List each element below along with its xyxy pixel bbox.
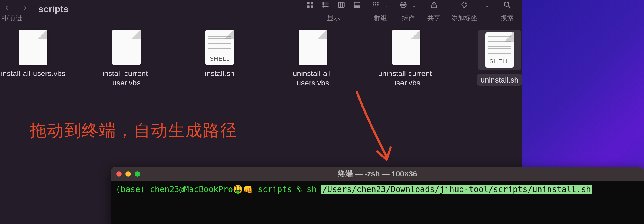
file-label: uninstall-current-user.vbs: [373, 69, 439, 88]
svg-rect-20: [373, 4, 374, 6]
chevron-down-icon[interactable]: ⌄: [384, 2, 389, 9]
file-icon: SHELL: [485, 32, 514, 68]
file-label: install-current-user.vbs: [93, 69, 160, 88]
file-icon: [19, 30, 47, 65]
svg-rect-0: [307, 2, 310, 4]
share-icon[interactable]: [430, 1, 438, 10]
svg-rect-3: [311, 5, 313, 8]
tags-caption: 添加标签: [451, 14, 477, 22]
svg-rect-13: [354, 2, 360, 6]
svg-point-25: [401, 4, 403, 5]
file-item[interactable]: uninstall-current-user.vbs: [373, 30, 439, 88]
file-item[interactable]: SHELL install.sh: [187, 30, 253, 88]
action-icon[interactable]: [400, 1, 407, 10]
file-grid: install-all-users.vbs install-current-us…: [0, 30, 533, 88]
annotation-text: 拖动到终端，自动生成路径: [30, 119, 237, 142]
svg-line-30: [508, 6, 510, 8]
file-label: install.sh: [205, 69, 234, 78]
shell-badge: SHELL: [485, 58, 514, 65]
svg-rect-14: [355, 7, 356, 8]
terminal-title: 终端 — -zsh — 100×36: [111, 169, 644, 179]
svg-rect-2: [307, 5, 310, 8]
svg-rect-18: [375, 2, 376, 4]
svg-rect-19: [377, 2, 379, 4]
search-caption: 搜索: [501, 14, 514, 22]
terminal-command: sh: [307, 185, 316, 194]
view-caption: 显示: [327, 14, 340, 22]
file-label: install-all-users.vbs: [1, 69, 65, 78]
svg-point-28: [465, 3, 466, 4]
svg-point-7: [323, 2, 324, 4]
svg-point-9: [323, 6, 324, 7]
search-icon[interactable]: [503, 1, 511, 10]
annotation-arrow-icon: [346, 89, 400, 170]
finder-title: scripts: [38, 4, 69, 14]
svg-rect-17: [373, 2, 374, 4]
spacer-caption: [488, 14, 490, 21]
svg-rect-10: [339, 2, 344, 8]
file-icon: [392, 30, 420, 65]
share-caption: 共享: [427, 14, 440, 22]
svg-point-26: [404, 4, 406, 5]
chevron-down-icon[interactable]: ⌄: [412, 2, 417, 9]
terminal-prompt-dir: scripts: [258, 185, 292, 194]
terminal-body[interactable]: (base) chen23@MacBookPro🤑👊 scripts % sh …: [111, 181, 644, 198]
file-label: uninstall.sh: [477, 74, 522, 86]
view-icon-grid-icon[interactable]: [306, 1, 314, 10]
svg-rect-22: [377, 4, 379, 6]
action-caption: 操作: [402, 14, 415, 22]
terminal-path-highlight: /Users/chen23/Downloads/jihuo-tool/scrip…: [321, 185, 592, 194]
view-icon-columns-icon[interactable]: [338, 1, 345, 10]
view-icon-list-icon[interactable]: [322, 1, 330, 10]
terminal-titlebar[interactable]: 终端 — -zsh — 100×36: [111, 167, 644, 181]
finder-toolbar: scripts 回/前进 显示 ⌄ 群组: [0, 0, 522, 24]
view-icon-gallery-icon[interactable]: [353, 1, 361, 10]
chevron-down-icon[interactable]: ⌄: [485, 2, 490, 9]
file-icon: [299, 30, 327, 65]
file-label: uninstall-all-users.vbs: [280, 69, 346, 88]
tags-icon[interactable]: [460, 1, 468, 10]
svg-rect-1: [311, 2, 313, 4]
terminal-window[interactable]: 终端 — -zsh — 100×36 (base) chen23@MacBook…: [111, 167, 644, 224]
shell-badge: SHELL: [205, 55, 234, 62]
file-icon: SHELL: [205, 30, 234, 65]
file-icon: [112, 30, 141, 65]
svg-point-8: [323, 4, 324, 5]
file-item[interactable]: install-current-user.vbs: [93, 30, 160, 88]
terminal-prompt-prefix: (base) chen23@MacBookPro: [116, 185, 233, 194]
file-item-selected[interactable]: SHELL uninstall.sh: [466, 30, 533, 88]
svg-point-24: [403, 4, 404, 5]
group-caption: 群组: [374, 14, 387, 22]
group-icon[interactable]: [372, 1, 379, 10]
svg-point-29: [504, 2, 509, 6]
nav-back-button[interactable]: [0, 2, 14, 13]
svg-rect-15: [357, 7, 358, 8]
nav-forward-button[interactable]: [18, 2, 32, 13]
file-item[interactable]: install-all-users.vbs: [0, 30, 66, 88]
svg-rect-16: [358, 7, 360, 8]
nav-caption: 回/前进: [0, 14, 22, 22]
svg-rect-21: [375, 4, 376, 6]
file-item[interactable]: uninstall-all-users.vbs: [280, 30, 346, 88]
terminal-prompt-symbol: %: [297, 185, 302, 194]
terminal-prompt-emoji: 🤑👊: [233, 185, 253, 194]
